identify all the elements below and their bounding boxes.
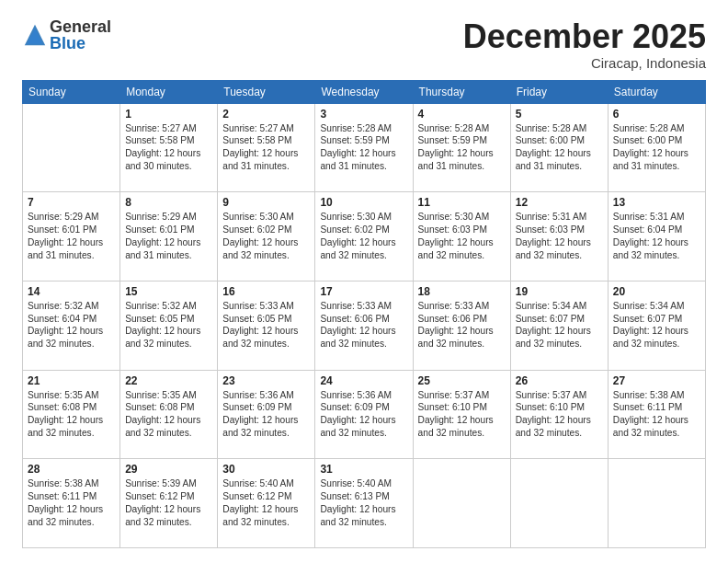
calendar-cell: 25Sunrise: 5:37 AMSunset: 6:10 PMDayligh… — [413, 370, 510, 459]
day-number: 18 — [418, 285, 506, 298]
calendar-week-row: 7Sunrise: 5:29 AMSunset: 6:01 PMDaylight… — [23, 192, 706, 282]
calendar-week-row: 28Sunrise: 5:38 AMSunset: 6:11 PMDayligh… — [23, 459, 706, 548]
day-number: 25 — [418, 374, 506, 387]
day-info: Sunrise: 5:31 AMSunset: 6:03 PMDaylight:… — [516, 211, 603, 261]
day-info: Sunrise: 5:30 AMSunset: 6:02 PMDaylight:… — [320, 211, 407, 261]
calendar-cell: 24Sunrise: 5:36 AMSunset: 6:09 PMDayligh… — [315, 370, 413, 459]
day-info: Sunrise: 5:27 AMSunset: 5:58 PMDaylight:… — [222, 122, 310, 173]
calendar-cell: 14Sunrise: 5:32 AMSunset: 6:04 PMDayligh… — [23, 281, 120, 370]
title-block: December 2025 Ciracap, Indonesia — [463, 18, 706, 71]
calendar-cell: 27Sunrise: 5:38 AMSunset: 6:11 PMDayligh… — [608, 370, 705, 459]
location: Ciracap, Indonesia — [463, 55, 706, 71]
calendar-cell: 11Sunrise: 5:30 AMSunset: 6:03 PMDayligh… — [413, 192, 510, 282]
day-number: 7 — [28, 196, 115, 209]
col-saturday: Saturday — [608, 80, 705, 103]
day-number: 20 — [613, 285, 700, 298]
calendar-cell: 16Sunrise: 5:33 AMSunset: 6:05 PMDayligh… — [218, 281, 315, 370]
day-number: 12 — [516, 196, 603, 209]
day-info: Sunrise: 5:28 AMSunset: 5:59 PMDaylight:… — [418, 122, 506, 173]
calendar-cell: 1Sunrise: 5:27 AMSunset: 5:58 PMDaylight… — [120, 103, 218, 192]
day-info: Sunrise: 5:38 AMSunset: 6:11 PMDaylight:… — [613, 389, 700, 440]
calendar-cell: 18Sunrise: 5:33 AMSunset: 6:06 PMDayligh… — [413, 281, 510, 370]
calendar-cell: 8Sunrise: 5:29 AMSunset: 6:01 PMDaylight… — [120, 192, 218, 282]
day-info: Sunrise: 5:39 AMSunset: 6:12 PMDaylight:… — [125, 477, 212, 528]
day-number: 11 — [418, 196, 506, 209]
day-info: Sunrise: 5:30 AMSunset: 6:03 PMDaylight:… — [418, 211, 506, 261]
day-number: 8 — [125, 196, 212, 209]
day-number: 27 — [613, 374, 700, 387]
day-info: Sunrise: 5:29 AMSunset: 6:01 PMDaylight:… — [28, 211, 115, 261]
day-info: Sunrise: 5:37 AMSunset: 6:10 PMDaylight:… — [418, 389, 506, 440]
day-info: Sunrise: 5:36 AMSunset: 6:09 PMDaylight:… — [222, 389, 310, 440]
calendar-cell: 29Sunrise: 5:39 AMSunset: 6:12 PMDayligh… — [120, 459, 218, 548]
calendar-cell: 6Sunrise: 5:28 AMSunset: 6:00 PMDaylight… — [608, 103, 705, 192]
page: General Blue December 2025 Ciracap, Indo… — [0, 0, 728, 563]
calendar-cell — [23, 103, 120, 192]
calendar-cell: 3Sunrise: 5:28 AMSunset: 5:59 PMDaylight… — [315, 103, 413, 192]
calendar-cell: 5Sunrise: 5:28 AMSunset: 6:00 PMDaylight… — [510, 103, 608, 192]
day-info: Sunrise: 5:32 AMSunset: 6:04 PMDaylight:… — [28, 300, 115, 350]
calendar-week-row: 21Sunrise: 5:35 AMSunset: 6:08 PMDayligh… — [23, 370, 706, 459]
logo-text: General Blue — [50, 18, 111, 52]
col-thursday: Thursday — [413, 80, 510, 103]
calendar-cell: 7Sunrise: 5:29 AMSunset: 6:01 PMDaylight… — [23, 192, 120, 282]
day-number: 5 — [516, 108, 603, 121]
day-info: Sunrise: 5:40 AMSunset: 6:12 PMDaylight:… — [222, 477, 310, 528]
day-info: Sunrise: 5:28 AMSunset: 6:00 PMDaylight:… — [516, 122, 603, 173]
calendar-week-row: 14Sunrise: 5:32 AMSunset: 6:04 PMDayligh… — [23, 281, 706, 370]
day-number: 4 — [418, 108, 506, 121]
col-sunday: Sunday — [23, 80, 120, 103]
day-info: Sunrise: 5:29 AMSunset: 6:01 PMDaylight:… — [125, 211, 212, 261]
day-number: 21 — [28, 374, 115, 387]
calendar-cell: 17Sunrise: 5:33 AMSunset: 6:06 PMDayligh… — [315, 281, 413, 370]
day-number: 13 — [613, 196, 700, 209]
day-info: Sunrise: 5:33 AMSunset: 6:06 PMDaylight:… — [418, 300, 506, 350]
day-info: Sunrise: 5:27 AMSunset: 5:58 PMDaylight:… — [125, 122, 212, 173]
day-info: Sunrise: 5:30 AMSunset: 6:02 PMDaylight:… — [222, 211, 310, 261]
month-title: December 2025 — [463, 18, 706, 55]
day-number: 29 — [125, 463, 212, 476]
calendar-cell: 12Sunrise: 5:31 AMSunset: 6:03 PMDayligh… — [510, 192, 608, 282]
day-number: 26 — [516, 374, 603, 387]
day-number: 24 — [320, 374, 407, 387]
day-number: 2 — [222, 108, 310, 121]
col-wednesday: Wednesday — [315, 80, 413, 103]
general-blue-icon — [22, 22, 48, 48]
day-info: Sunrise: 5:35 AMSunset: 6:08 PMDaylight:… — [28, 389, 115, 440]
calendar-cell: 9Sunrise: 5:30 AMSunset: 6:02 PMDaylight… — [218, 192, 315, 282]
day-info: Sunrise: 5:34 AMSunset: 6:07 PMDaylight:… — [516, 300, 603, 350]
day-number: 3 — [320, 108, 407, 121]
calendar-cell: 10Sunrise: 5:30 AMSunset: 6:02 PMDayligh… — [315, 192, 413, 282]
logo-blue: Blue — [50, 35, 111, 52]
calendar-week-row: 1Sunrise: 5:27 AMSunset: 5:58 PMDaylight… — [23, 103, 706, 192]
day-number: 23 — [222, 374, 310, 387]
calendar-cell: 4Sunrise: 5:28 AMSunset: 5:59 PMDaylight… — [413, 103, 510, 192]
calendar-cell — [413, 459, 510, 548]
calendar-header-row: Sunday Monday Tuesday Wednesday Thursday… — [23, 80, 706, 103]
day-number: 16 — [222, 285, 310, 298]
calendar-cell: 23Sunrise: 5:36 AMSunset: 6:09 PMDayligh… — [218, 370, 315, 459]
calendar-cell: 22Sunrise: 5:35 AMSunset: 6:08 PMDayligh… — [120, 370, 218, 459]
day-number: 15 — [125, 285, 212, 298]
day-info: Sunrise: 5:36 AMSunset: 6:09 PMDaylight:… — [320, 389, 407, 440]
calendar-cell: 31Sunrise: 5:40 AMSunset: 6:13 PMDayligh… — [315, 459, 413, 548]
col-monday: Monday — [120, 80, 218, 103]
calendar-cell — [510, 459, 608, 548]
calendar-cell: 26Sunrise: 5:37 AMSunset: 6:10 PMDayligh… — [510, 370, 608, 459]
calendar-cell: 19Sunrise: 5:34 AMSunset: 6:07 PMDayligh… — [510, 281, 608, 370]
logo: General Blue — [22, 18, 111, 52]
day-number: 6 — [613, 108, 700, 121]
day-info: Sunrise: 5:28 AMSunset: 6:00 PMDaylight:… — [613, 122, 700, 173]
col-friday: Friday — [510, 80, 608, 103]
calendar-cell — [608, 459, 705, 548]
day-number: 31 — [320, 463, 407, 476]
calendar-cell: 13Sunrise: 5:31 AMSunset: 6:04 PMDayligh… — [608, 192, 705, 282]
day-number: 22 — [125, 374, 212, 387]
day-info: Sunrise: 5:40 AMSunset: 6:13 PMDaylight:… — [320, 477, 407, 528]
calendar-table: Sunday Monday Tuesday Wednesday Thursday… — [22, 80, 706, 548]
calendar-cell: 20Sunrise: 5:34 AMSunset: 6:07 PMDayligh… — [608, 281, 705, 370]
day-number: 14 — [28, 285, 115, 298]
day-info: Sunrise: 5:33 AMSunset: 6:05 PMDaylight:… — [222, 300, 310, 350]
calendar-cell: 2Sunrise: 5:27 AMSunset: 5:58 PMDaylight… — [218, 103, 315, 192]
day-info: Sunrise: 5:35 AMSunset: 6:08 PMDaylight:… — [125, 389, 212, 440]
